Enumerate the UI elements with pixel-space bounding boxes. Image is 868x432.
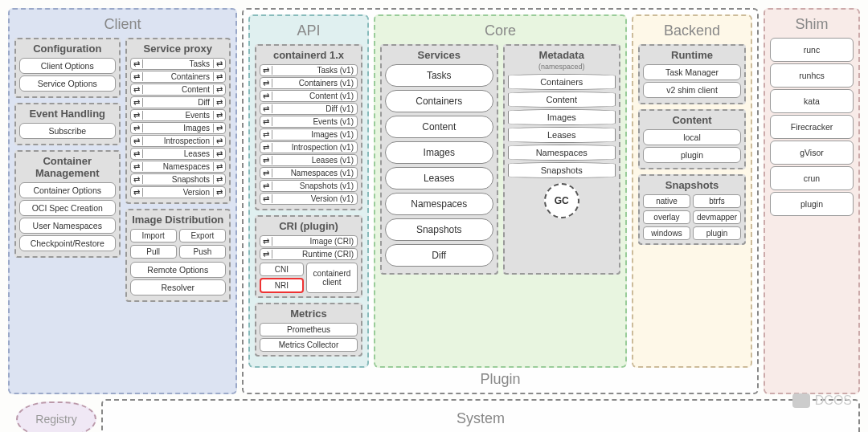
shim-runc: runc <box>770 38 854 62</box>
api-containers: ⇄Containers (v1) <box>260 77 358 89</box>
cri-runtime: ⇄Runtime (CRI) <box>260 248 358 260</box>
svc-tasks: Tasks <box>385 64 493 87</box>
shim-region: Shim runc runhcs kata Firecracker gVisor… <box>764 8 860 394</box>
v2-shim-client-btn: v2 shim client <box>643 82 741 98</box>
nri-btn-highlighted: NRI <box>260 278 304 293</box>
export-btn: Export <box>179 229 226 242</box>
service-proxy-box: Service proxy ⇄Tasks⇄ ⇄Containers⇄ ⇄Cont… <box>125 38 231 204</box>
svc-namespaces: Namespaces <box>385 193 493 215</box>
api-images: ⇄Images (v1) <box>260 128 358 141</box>
client-title: Client <box>14 16 231 33</box>
snap-native: native <box>643 194 690 208</box>
api-version: ⇄Version (v1) <box>260 193 358 205</box>
import-btn: Import <box>130 229 177 242</box>
pull-btn: Pull <box>130 245 177 259</box>
shim-crun: crun <box>770 166 854 190</box>
metrics-box: Metrics Prometheus Metrics Collector <box>255 303 362 357</box>
metrics-collector-btn: Metrics Collector <box>260 338 358 352</box>
shim-runhcs: runhcs <box>770 63 854 88</box>
api-namespaces: ⇄Namespaces (v1) <box>260 167 358 179</box>
proxy-snapshots: ⇄Snapshots⇄ <box>130 173 227 185</box>
api-title: API <box>255 22 362 39</box>
proxy-images: ⇄Images⇄ <box>130 122 227 134</box>
content-box: Content local plugin <box>638 109 746 169</box>
services-box: Services Tasks Containers Content Images… <box>380 44 498 275</box>
prometheus-btn: Prometheus <box>260 323 358 336</box>
dcos-watermark: DCOS <box>792 393 852 408</box>
containerd-client-btn: containerd client <box>306 263 358 293</box>
container-management-box: Container Management Container Options O… <box>14 150 121 258</box>
shim-plugin: plugin <box>770 192 854 216</box>
md-leases: Leases <box>508 127 616 143</box>
api-events: ⇄Events (v1) <box>260 116 358 128</box>
wechat-icon <box>792 393 810 408</box>
shim-kata: kata <box>770 89 854 113</box>
api-content: ⇄Content (v1) <box>260 90 358 102</box>
svc-containers: Containers <box>385 90 493 112</box>
configuration-box: Configuration Client Options Service Opt… <box>14 38 121 98</box>
user-namespaces-btn: User Namespaces <box>19 218 116 234</box>
remote-options-btn: Remote Options <box>130 262 227 278</box>
svc-content: Content <box>385 116 493 138</box>
md-containers: Containers <box>508 74 616 90</box>
containerd-1x-box: containerd 1.x ⇄Tasks (v1) ⇄Containers (… <box>255 44 362 210</box>
client-region: Client Configuration Client Options Serv… <box>8 8 237 394</box>
snap-overlay: overlay <box>643 210 690 224</box>
proxy-leases: ⇄Leases⇄ <box>130 148 227 160</box>
api-diff: ⇄Diff (v1) <box>260 103 358 115</box>
resolver-btn: Resolver <box>130 279 227 295</box>
cri-plugin-box: CRI (plugin) ⇄Image (CRI) ⇄Runtime (CRI)… <box>255 215 362 298</box>
subscribe-btn: Subscribe <box>19 123 116 139</box>
api-region: API containerd 1.x ⇄Tasks (v1) ⇄Containe… <box>248 14 369 368</box>
proxy-version: ⇄Version⇄ <box>130 186 227 198</box>
registry-cloud: Registry <box>16 401 96 433</box>
runtime-box: Runtime Task Manager v2 shim client <box>638 44 746 104</box>
proxy-namespaces: ⇄Namespaces⇄ <box>130 161 227 173</box>
api-snapshots: ⇄Snapshots (v1) <box>260 180 358 192</box>
shim-firecracker: Firecracker <box>770 115 854 139</box>
svc-diff: Diff <box>385 244 493 267</box>
task-manager-btn: Task Manager <box>643 64 741 80</box>
cni-btn: CNI <box>260 263 304 276</box>
core-title: Core <box>380 22 620 39</box>
content-plugin-btn: plugin <box>643 147 741 163</box>
md-snapshots: Snapshots <box>508 162 616 178</box>
md-images: Images <box>508 109 616 125</box>
proxy-introspection: ⇄Introspection⇄ <box>130 135 227 147</box>
backend-region: Backend Runtime Task Manager v2 shim cli… <box>632 14 752 368</box>
proxy-tasks: ⇄Tasks⇄ <box>130 58 227 70</box>
plugin-label: Plugin <box>248 371 752 388</box>
shim-gvisor: gVisor <box>770 141 854 165</box>
client-options-btn: Client Options <box>19 58 116 74</box>
snap-windows: windows <box>643 226 690 240</box>
content-local-btn: local <box>643 129 741 145</box>
svc-leases: Leases <box>385 167 493 190</box>
md-content: Content <box>508 92 616 108</box>
gc-circle: GC <box>544 183 579 218</box>
checkpoint-restore-btn: Checkpoint/Restore <box>19 235 116 251</box>
image-distribution-box: Image Distribution Import Export Pull Pu… <box>125 209 231 302</box>
metadata-sub: (namespaced) <box>508 63 616 71</box>
svc-snapshots: Snapshots <box>385 218 493 241</box>
svc-images: Images <box>385 141 493 164</box>
proxy-diff: ⇄Diff⇄ <box>130 96 227 108</box>
dcos-text: DCOS <box>815 393 852 408</box>
proxy-events: ⇄Events⇄ <box>130 109 227 121</box>
event-handling-box: Event Handling Subscribe <box>14 103 121 145</box>
plugin-region: API containerd 1.x ⇄Tasks (v1) ⇄Containe… <box>242 8 759 394</box>
shim-title: Shim <box>770 16 854 33</box>
snap-btrfs: btrfs <box>693 194 741 208</box>
cri-image: ⇄Image (CRI) <box>260 235 358 247</box>
snap-devmapper: devmapper <box>693 210 741 224</box>
api-introspection: ⇄Introspection (v1) <box>260 141 358 153</box>
snapshots-box: Snapshots native btrfs overlay devmapper… <box>638 174 746 245</box>
api-tasks: ⇄Tasks (v1) <box>260 64 358 76</box>
oci-spec-btn: OCI Spec Creation <box>19 200 116 216</box>
container-options-btn: Container Options <box>19 182 116 198</box>
api-leases: ⇄Leases (v1) <box>260 154 358 166</box>
proxy-containers: ⇄Containers⇄ <box>130 71 227 83</box>
push-btn: Push <box>179 245 226 259</box>
service-options-btn: Service Options <box>19 75 116 92</box>
metadata-box: Metadata (namespaced) Containers Content… <box>503 44 621 275</box>
core-region: Core Services Tasks Containers Content I… <box>374 14 627 368</box>
